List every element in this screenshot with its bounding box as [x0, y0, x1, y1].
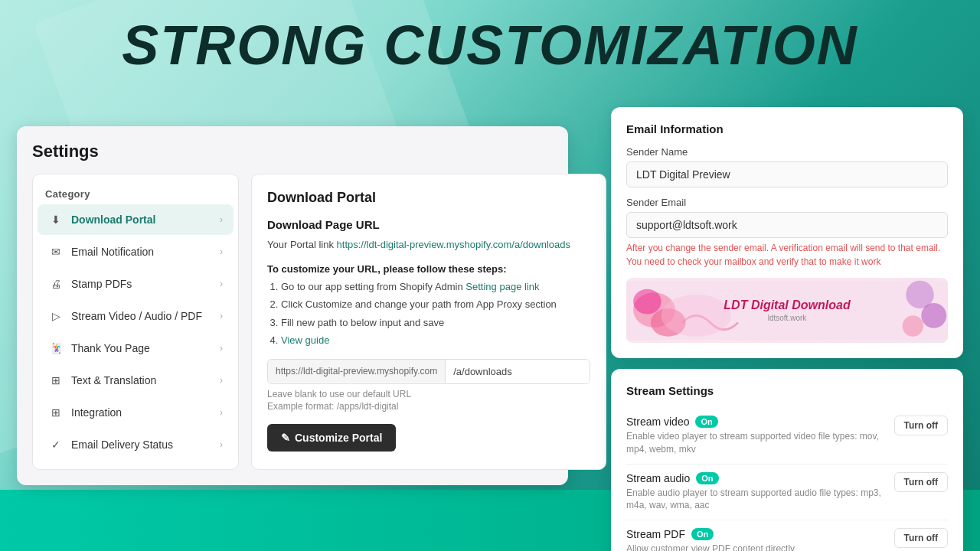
thank-you-page-icon: 🃏 [48, 341, 64, 356]
sidebar-label-email-delivery: Email Delivery Status [71, 439, 173, 451]
steps-bold: To customize your URL, please follow the… [267, 263, 590, 275]
stream-video-icon: ▷ [48, 308, 64, 324]
sidebar-label-stamp-pdfs: Stamp PDFs [71, 278, 132, 290]
stream-video-name: Stream video On [626, 416, 885, 428]
main-content-area: Download Portal Download Page URL Your P… [251, 174, 606, 470]
customize-portal-label: Customize Portal [295, 432, 382, 444]
sidebar-category-label: Category [33, 182, 238, 203]
sender-email-input[interactable] [626, 212, 948, 238]
url-path-input[interactable] [446, 360, 590, 383]
example-text: Example format: /apps/ldt-digital [267, 401, 590, 412]
sidebar-item-download-portal[interactable]: ⬇ Download Portal › [38, 204, 234, 235]
stream-pdf-badge: On [691, 528, 714, 540]
chevron-icon-email-notification: › [220, 246, 223, 257]
url-prefix-label: https://ldt-digital-preview.myshopify.co… [268, 360, 446, 383]
stream-settings-title: Stream Settings [626, 384, 948, 397]
email-info-panel: Email Information Sender Name Sender Ema… [611, 107, 963, 358]
stream-audio-row: Stream audio On Enable audio player to s… [626, 465, 948, 521]
section-heading: Download Page URL [267, 218, 590, 231]
customize-portal-icon: ✎ [281, 432, 290, 444]
portal-link-prefix: Your Portal link [267, 239, 337, 250]
stream-audio-info: Stream audio On Enable audio player to s… [626, 472, 885, 513]
email-notification-icon: ✉ [48, 244, 64, 259]
stream-audio-badge: On [696, 472, 718, 484]
step-1: Go to our app setting from Shopify Admin… [281, 279, 590, 295]
sender-email-label: Sender Email [626, 197, 948, 208]
sender-name-label: Sender Name [626, 146, 948, 158]
chevron-icon-thank-you-page: › [220, 343, 223, 354]
step-4: View guide [281, 333, 590, 348]
chevron-icon-text-translation: › [220, 375, 223, 386]
stream-video-turn-off-button[interactable]: Turn off [894, 416, 948, 435]
sidebar-label-integration: Integration [71, 406, 122, 419]
chevron-icon-stamp-pdfs: › [220, 279, 223, 289]
steps-box: To customize your URL, please follow the… [267, 263, 590, 348]
stream-video-desc: Enable video player to stream supported … [626, 430, 885, 456]
stream-audio-name: Stream audio On [626, 472, 885, 484]
stream-settings-panel: Stream Settings Stream video On Enable v… [611, 369, 963, 551]
portal-link-url[interactable]: https://ldt-digital-preview.myshopify.co… [337, 239, 570, 250]
right-panels: Email Information Sender Name Sender Ema… [611, 107, 963, 551]
sidebar: Category ⬇ Download Portal › ✉ Email Not… [32, 174, 239, 470]
sidebar-item-thank-you-page[interactable]: 🃏 Thank You Page › [38, 333, 234, 364]
stream-pdf-info: Stream PDF On Allow customer view PDF co… [626, 528, 885, 551]
download-portal-icon: ⬇ [48, 212, 64, 227]
content-title: Download Portal [267, 190, 590, 206]
sidebar-item-email-delivery[interactable]: ✓ Email Delivery Status › [38, 429, 234, 460]
sender-email-group: Sender Email After you change the sender… [626, 197, 948, 269]
chevron-icon-download-portal: › [220, 214, 223, 225]
portal-link-row: Your Portal link https://ldt-digital-pre… [267, 237, 590, 253]
chevron-icon-stream-video: › [220, 311, 223, 321]
sidebar-item-email-notification[interactable]: ✉ Email Notification › [38, 236, 234, 267]
chevron-icon-email-delivery: › [220, 439, 223, 450]
stream-pdf-desc: Allow customer view PDF content directly [626, 543, 885, 551]
stamp-pdfs-icon: 🖨 [48, 276, 64, 292]
email-preview-image: LDT Digital Download ldtsoft.work [626, 278, 948, 343]
hint-text: Leave blank to use our default URL [267, 389, 590, 399]
svg-point-5 [921, 303, 946, 328]
chevron-icon-integration: › [220, 407, 223, 418]
settings-title: Settings [32, 142, 553, 161]
email-delivery-icon: ✓ [48, 437, 64, 452]
stream-video-badge: On [695, 416, 717, 428]
email-info-title: Email Information [626, 122, 948, 135]
email-warning-text: After you change the sender email. A ver… [626, 241, 948, 269]
sidebar-item-text-translation[interactable]: ⊞ Text & Translation › [38, 365, 234, 396]
sidebar-label-text-translation: Text & Translation [71, 374, 156, 386]
sender-name-input[interactable] [626, 161, 948, 187]
svg-point-2 [633, 289, 662, 315]
stream-video-info: Stream video On Enable video player to s… [626, 416, 885, 456]
svg-point-7 [662, 295, 731, 337]
stream-video-row: Stream video On Enable video player to s… [626, 408, 948, 465]
url-input-wrapper: https://ldt-digital-preview.myshopify.co… [267, 359, 590, 384]
steps-list: Go to our app setting from Shopify Admin… [267, 279, 590, 348]
sidebar-label-stream-video: Stream Video / Audio / PDF [71, 310, 202, 322]
sidebar-label-thank-you-page: Thank You Page [71, 342, 150, 354]
settings-panel: Settings Category ⬇ Download Portal › ✉ … [17, 126, 568, 485]
preview-title: LDT Digital Download [724, 298, 850, 312]
step-2: Click Customize and change your path fro… [281, 297, 590, 312]
stream-pdf-name: Stream PDF On [626, 528, 885, 540]
sender-name-group: Sender Name [626, 146, 948, 187]
stream-audio-desc: Enable audio player to stream supported … [626, 487, 885, 513]
preview-subtitle: ldtsoft.work [724, 314, 850, 322]
hero-title: STRONG CUSTOMIZATION [0, 14, 980, 77]
sidebar-item-stamp-pdfs[interactable]: 🖨 Stamp PDFs › [38, 269, 234, 299]
text-translation-icon: ⊞ [48, 373, 64, 388]
sidebar-label-download-portal: Download Portal [71, 214, 155, 226]
sidebar-label-email-notification: Email Notification [71, 246, 154, 258]
step-3: Fill new path to below input and save [281, 315, 590, 331]
view-guide-link[interactable]: View guide [281, 334, 329, 346]
stream-pdf-turn-off-button[interactable]: Turn off [894, 528, 948, 548]
integration-icon: ⊞ [48, 405, 64, 420]
sidebar-item-integration[interactable]: ⊞ Integration › [38, 397, 234, 428]
sidebar-item-stream-video[interactable]: ▷ Stream Video / Audio / PDF › [38, 301, 234, 331]
stream-pdf-row: Stream PDF On Allow customer view PDF co… [626, 520, 948, 551]
customize-portal-button[interactable]: ✎ Customize Portal [267, 424, 396, 452]
setting-page-link[interactable]: Setting page link [466, 281, 539, 292]
svg-point-6 [903, 315, 923, 336]
stream-audio-turn-off-button[interactable]: Turn off [894, 472, 948, 492]
